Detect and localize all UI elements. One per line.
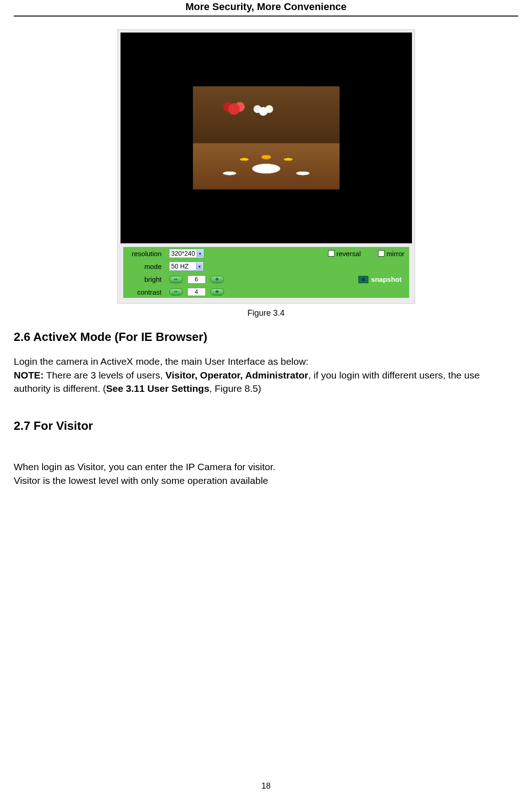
checkbox-box-icon bbox=[328, 250, 335, 257]
note-label: NOTE: bbox=[14, 370, 44, 380]
bright-minus-button[interactable]: − bbox=[169, 276, 183, 283]
paragraph: Login the camera in ActiveX mode, the ma… bbox=[14, 355, 518, 368]
page-number: 18 bbox=[0, 781, 532, 791]
snapshot-button[interactable]: snapshot bbox=[356, 274, 405, 284]
contrast-label: contrast bbox=[128, 288, 165, 296]
paragraph: Visitor is the lowest level with only so… bbox=[14, 474, 518, 487]
chevron-down-icon: ▾ bbox=[196, 263, 203, 270]
control-panel: resolution 320*240 ▾ reversal mirror bbox=[121, 243, 412, 301]
mode-value: 50 HZ bbox=[171, 263, 189, 270]
row-resolution: resolution 320*240 ▾ reversal mirror bbox=[123, 247, 409, 260]
note-bold-roles: Visitor, Operator, Administrator bbox=[165, 370, 308, 380]
row-contrast: contrast − 4 + bbox=[123, 286, 409, 298]
row-bright: bright − 6 + snapshot bbox=[123, 273, 409, 286]
mode-select[interactable]: 50 HZ ▾ bbox=[169, 262, 203, 271]
reversal-label: reversal bbox=[336, 250, 361, 258]
contrast-minus-button[interactable]: − bbox=[169, 288, 183, 296]
bright-label: bright bbox=[128, 275, 165, 283]
bright-plus-button[interactable]: + bbox=[210, 276, 224, 283]
reversal-checkbox[interactable]: reversal bbox=[328, 250, 361, 258]
camera-icon bbox=[358, 276, 368, 283]
bright-value: 6 bbox=[187, 275, 206, 284]
paragraph: When login as Visitor, you can enter the… bbox=[14, 461, 518, 473]
snapshot-label: snapshot bbox=[371, 275, 402, 283]
contrast-plus-button[interactable]: + bbox=[210, 288, 224, 296]
row-mode: mode 50 HZ ▾ bbox=[123, 260, 409, 273]
paragraph-note: NOTE: There are 3 levels of users, Visit… bbox=[14, 369, 518, 395]
chevron-down-icon: ▾ bbox=[197, 250, 203, 257]
note-text-c: , Figure 8.5) bbox=[209, 383, 261, 394]
mirror-label: mirror bbox=[386, 250, 404, 258]
heading-2-6: 2.6 ActiveX Mode (For IE Browser) bbox=[14, 330, 518, 344]
note-see-ref: See 3.11 User Settings bbox=[106, 383, 209, 394]
video-area bbox=[121, 33, 412, 243]
resolution-select[interactable]: 320*240 ▾ bbox=[169, 249, 204, 258]
camera-viewer-window: resolution 320*240 ▾ reversal mirror bbox=[117, 29, 415, 304]
checkbox-box-icon bbox=[378, 250, 384, 257]
heading-2-7: 2.7 For Visitor bbox=[14, 419, 518, 433]
mode-label: mode bbox=[128, 263, 165, 270]
page-header-title: More Security, More Convenience bbox=[14, 0, 518, 16]
mirror-checkbox[interactable]: mirror bbox=[378, 250, 404, 258]
resolution-value: 320*240 bbox=[171, 250, 195, 257]
figure-3-4: resolution 320*240 ▾ reversal mirror bbox=[14, 29, 518, 322]
header-rule bbox=[14, 16, 518, 16]
contrast-value: 4 bbox=[187, 288, 206, 296]
figure-caption: Figure 3.4 bbox=[247, 308, 285, 318]
note-text-a: There are 3 levels of users, bbox=[44, 370, 165, 380]
camera-feed-image bbox=[193, 87, 340, 190]
resolution-label: resolution bbox=[128, 250, 165, 258]
